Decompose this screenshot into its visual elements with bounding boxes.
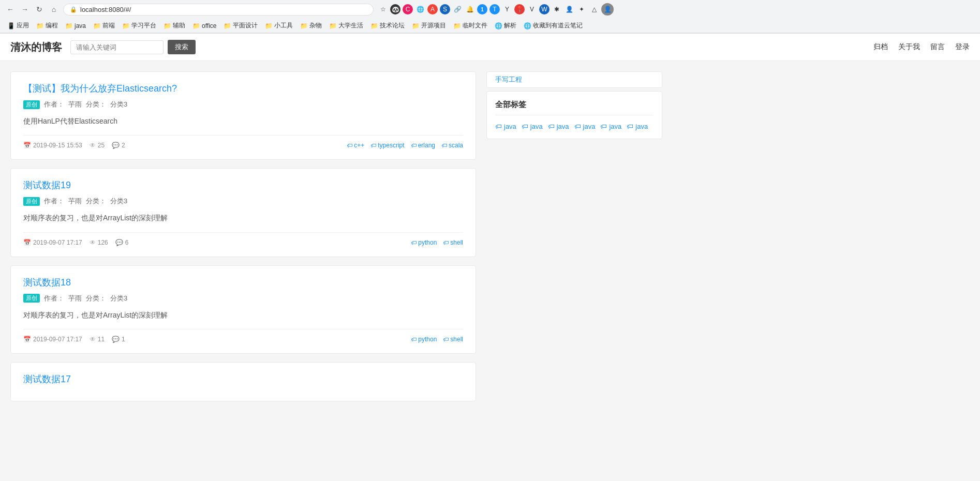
post-views-3: 11 (98, 336, 105, 343)
tag-label-cpp: c++ (354, 142, 364, 149)
tag-cloud-java-2[interactable]: 🏷 java (522, 123, 543, 130)
nav-about[interactable]: 关于我 (898, 42, 920, 52)
url-text: localhost:8080/#/ (80, 6, 131, 13)
profile-icon-1[interactable]: 🐼 (390, 4, 400, 14)
post-title-3[interactable]: 测试数据18 (23, 276, 463, 289)
post-footer-right-1: 🏷 c++ 🏷 typescript 🏷 erlang 🏷 scala (347, 142, 463, 149)
tag-scala[interactable]: 🏷 scala (441, 142, 463, 149)
bookmark-misc[interactable]: 📁 杂物 (297, 20, 325, 31)
main-container: 【测试】我为什么放弃Elasticsearch? 原创 作者： 芋雨 分类： 分… (0, 61, 980, 420)
folder-icon-java: 📁 (65, 22, 73, 29)
extension-icon-2[interactable]: A (427, 4, 438, 14)
tag-cloud-java-6[interactable]: 🏷 java (627, 123, 648, 130)
bookmark-temp[interactable]: 📁 临时文件 (450, 20, 491, 31)
tag-python-3[interactable]: 🏷 python (411, 336, 437, 343)
bookmark-office[interactable]: 📁 office (189, 21, 219, 31)
extension-icon-4[interactable]: 🔗 (452, 4, 463, 14)
tag-erlang[interactable]: 🏷 erlang (411, 142, 435, 149)
tag-cloud-icon-5: 🏷 (600, 123, 607, 130)
post-card-4: 测试数据17 (10, 362, 476, 401)
nav-message[interactable]: 留言 (930, 42, 945, 52)
post-title-1[interactable]: 【测试】我为什么放弃Elasticsearch? (23, 82, 463, 95)
bookmark-aux[interactable]: 📁 辅助 (160, 20, 188, 31)
bookmark-forum[interactable]: 📁 技术论坛 (367, 20, 408, 31)
all-tags-title: 全部标签 (495, 100, 654, 115)
nav-archive[interactable]: 归档 (873, 42, 888, 52)
tag-python-2[interactable]: 🏷 python (411, 239, 437, 246)
user-avatar[interactable]: 👤 (601, 3, 614, 16)
bookmark-programming[interactable]: 📁 编程 (33, 20, 61, 31)
tag-icon-erlang: 🏷 (411, 142, 417, 148)
calendar-icon-3: 📅 (23, 336, 31, 343)
post-author-1: 芋雨 (68, 100, 82, 109)
post-title-2[interactable]: 测试数据19 (23, 179, 463, 191)
extension-icon-3[interactable]: S (440, 4, 450, 14)
post-summary-2: 对顺序表的复习，也是对ArrayList的深刻理解 (23, 212, 463, 223)
tag-cloud-java-5[interactable]: 🏷 java (600, 123, 621, 130)
post-footer-left-3: 📅 2019-09-07 17:17 👁 11 💬 1 (23, 336, 125, 343)
refresh-button[interactable]: ↻ (34, 4, 44, 14)
date-item-1: 📅 2019-09-15 15:53 (23, 142, 82, 149)
extension-icon-13[interactable]: ✦ (576, 4, 587, 14)
views-item-2: 👁 126 (90, 239, 108, 246)
bookmark-design[interactable]: 📁 平面设计 (220, 20, 261, 31)
bookmark-opensource[interactable]: 📁 开源项目 (409, 20, 449, 31)
bookmark-college[interactable]: 📁 大学生活 (326, 20, 366, 31)
bookmark-youdao[interactable]: 🌐 收藏到有道云笔记 (521, 20, 586, 31)
tag-cloud-java-1[interactable]: 🏷 java (495, 123, 516, 130)
post-card-2: 测试数据19 原创 作者： 芋雨 分类： 分类3 对顺序表的复习，也是对Arra… (10, 168, 476, 257)
extension-icon-14[interactable]: △ (589, 4, 599, 14)
search-button[interactable]: 搜索 (168, 40, 196, 54)
profile-icon-2[interactable]: C (403, 4, 413, 14)
post-category-label-1: 分类： (86, 100, 106, 109)
back-button[interactable]: ← (5, 4, 16, 14)
comments-item-3: 💬 1 (112, 336, 125, 343)
site-title[interactable]: 清沐的博客 (10, 40, 62, 54)
post-comments-1: 2 (122, 142, 125, 149)
tag-cloud-java-4[interactable]: 🏷 java (574, 123, 596, 130)
extension-icon-8[interactable]: 📍 (514, 4, 525, 14)
extension-icon-12[interactable]: 👤 (564, 4, 574, 14)
post-category-1: 分类3 (110, 100, 127, 109)
tag-shell-3[interactable]: 🏷 shell (443, 336, 463, 343)
post-title-4[interactable]: 测试数据17 (23, 373, 463, 385)
bookmark-java[interactable]: 📁 java (62, 21, 89, 31)
bookmark-parse[interactable]: 🌐 解析 (492, 20, 519, 31)
post-author-2: 芋雨 (68, 197, 82, 206)
extension-icon-1[interactable]: 🌐 (415, 4, 425, 14)
tag-cloud-label-4: java (583, 123, 596, 130)
post-meta-2: 原创 作者： 芋雨 分类： 分类3 (23, 197, 463, 206)
bookmark-office-label: office (202, 22, 216, 29)
tag-cpp[interactable]: 🏷 c++ (347, 142, 364, 149)
post-views-1: 25 (98, 142, 105, 149)
extension-icon-11[interactable]: ✱ (552, 4, 562, 14)
extension-icon-10[interactable]: W (539, 4, 550, 14)
home-button[interactable]: ⌂ (49, 4, 59, 14)
tag-shell-2[interactable]: 🏷 shell (443, 239, 463, 246)
tag-cloud-icon-3: 🏷 (548, 123, 555, 130)
bookmark-apps[interactable]: 📱 应用 (4, 20, 32, 31)
nav-login[interactable]: 登录 (955, 42, 970, 52)
post-meta-1: 原创 作者： 芋雨 分类： 分类3 (23, 100, 463, 109)
tag-icon-shell-2: 🏷 (443, 239, 449, 246)
bookmark-frontend[interactable]: 📁 前端 (90, 20, 118, 31)
extension-icon-9[interactable]: V (527, 4, 537, 14)
forward-button[interactable]: → (20, 4, 30, 14)
extension-icon-7[interactable]: Y (502, 4, 512, 14)
sidebar-top-partial: 手写工程 (486, 71, 662, 88)
folder-icon-aux: 📁 (164, 22, 171, 29)
date-item-3: 📅 2019-09-07 17:17 (23, 336, 82, 343)
star-icon[interactable]: ☆ (378, 4, 388, 14)
original-badge-2: 原创 (23, 197, 40, 206)
search-input[interactable] (70, 40, 164, 54)
bookmark-learning[interactable]: 📁 学习平台 (119, 20, 159, 31)
notification-badge: 1 (477, 4, 487, 14)
tag-cloud-label-1: java (504, 123, 516, 130)
tag-typescript[interactable]: 🏷 typescript (370, 142, 404, 149)
address-bar[interactable]: 🔒 localhost:8080/#/ (63, 4, 374, 16)
tag-cloud-java-3[interactable]: 🏷 java (548, 123, 569, 130)
extension-icon-6[interactable]: T (489, 4, 500, 14)
extension-icon-5[interactable]: 🔔 (465, 4, 475, 14)
folder-icon-college: 📁 (329, 22, 337, 29)
bookmark-tools[interactable]: 📁 小工具 (262, 20, 296, 31)
